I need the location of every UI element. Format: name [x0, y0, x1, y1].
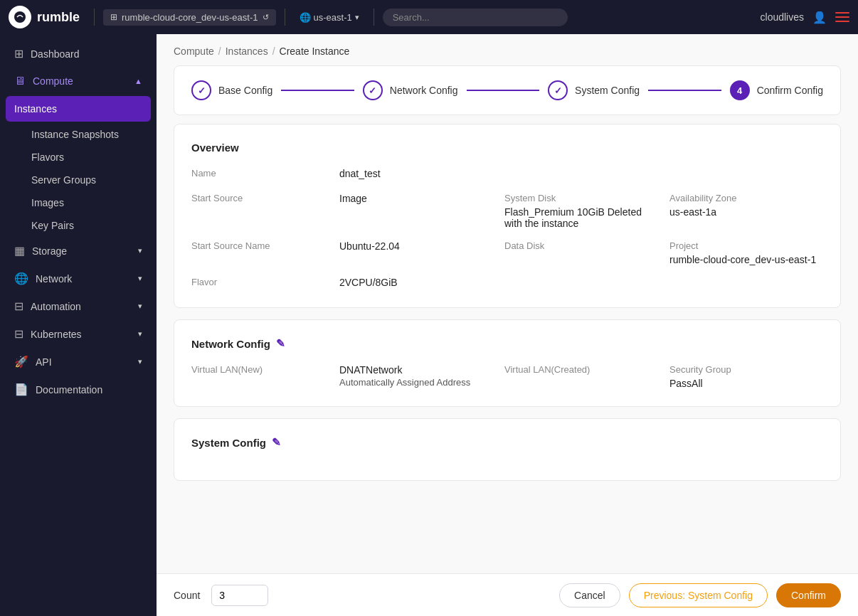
sidebar-item-kubernetes[interactable]: ⊟ Kubernetes ▾	[0, 320, 157, 348]
step-circle-network: ✓	[363, 80, 383, 100]
compute-icon: 🖥	[14, 75, 26, 87]
app-logo[interactable]: rumble	[9, 6, 80, 28]
sidebar-label-server-groups: Server Groups	[31, 174, 96, 186]
chevron-down-icon-automation: ▾	[138, 302, 142, 311]
data-disk-label: Data Disk	[504, 240, 658, 251]
dashboard-icon: ⊞	[14, 47, 23, 60]
sidebar-subitem-instance-snapshots[interactable]: Instance Snapshots	[0, 123, 157, 146]
storage-icon: ▦	[14, 244, 25, 257]
system-title-text: System Config	[191, 437, 266, 449]
wizard-step-system[interactable]: ✓ System Config	[548, 80, 640, 100]
wizard-step-base[interactable]: ✓ Base Config	[191, 80, 272, 100]
step-label-base: Base Config	[218, 85, 272, 96]
bottom-bar: Count Cancel Previous: System Config Con…	[157, 573, 858, 616]
sidebar-item-compute[interactable]: 🖥 Compute ▲	[0, 68, 157, 95]
chevron-up-icon: ▲	[134, 77, 142, 85]
sidebar-subitem-instances[interactable]: Instances	[6, 96, 151, 122]
start-source-name-value: Ubuntu-22.04	[339, 240, 493, 252]
step-connector-3	[648, 90, 721, 91]
network-title-text: Network Config	[191, 338, 270, 350]
sidebar-item-network[interactable]: 🌐 Network ▾	[0, 265, 157, 292]
sidebar-subitem-key-pairs[interactable]: Key Pairs	[0, 214, 157, 237]
start-source-label: Start Source	[191, 193, 334, 203]
network-section-title: Network Config ✎	[191, 337, 823, 350]
sidebar-item-api[interactable]: 🚀 API ▾	[0, 348, 157, 376]
divider-1	[94, 9, 95, 26]
sidebar-label-images: Images	[31, 197, 64, 208]
cancel-button[interactable]: Cancel	[559, 583, 620, 607]
step-circle-base: ✓	[191, 80, 211, 100]
chevron-down-icon-kubernetes: ▾	[138, 329, 142, 339]
region-selector[interactable]: 🌐 us-east-1 ▾	[294, 9, 365, 26]
sidebar-label-api: API	[36, 356, 52, 368]
step-circle-confirm: 4	[730, 80, 750, 100]
sidebar-item-dashboard[interactable]: ⊞ Dashboard	[0, 40, 157, 68]
breadcrumb-instances[interactable]: Instances	[226, 46, 268, 57]
sidebar-label-dashboard: Dashboard	[31, 48, 80, 60]
automation-icon: ⊟	[14, 299, 23, 313]
scroll-content: Overview Name dnat_test Start Source	[157, 124, 858, 573]
flavor-label: Flavor	[191, 277, 334, 287]
breadcrumb-compute[interactable]: Compute	[174, 46, 214, 57]
confirm-button[interactable]: Confirm	[776, 583, 841, 607]
name-value: dnat_test	[339, 168, 493, 179]
search-input[interactable]	[383, 9, 568, 26]
sidebar-subitem-images[interactable]: Images	[0, 191, 157, 214]
sidebar-subitem-server-groups[interactable]: Server Groups	[0, 169, 157, 191]
count-label: Count	[174, 590, 200, 601]
divider-2	[285, 9, 285, 26]
az-label: Availability Zone	[669, 193, 823, 203]
divider-3	[374, 9, 374, 26]
sidebar: ⊞ Dashboard 🖥 Compute ▲ Instances Instan…	[0, 34, 157, 616]
sidebar-label-documentation: Documentation	[36, 384, 102, 395]
wizard-step-confirm[interactable]: 4 Confirm Config	[730, 80, 823, 100]
system-section-title: System Config ✎	[191, 436, 823, 449]
project-selector[interactable]: ⊞ rumble-cloud-core_dev-us-east-1 ↺	[103, 9, 275, 26]
vlan-new-subvalue: Automatically Assigned Address	[339, 377, 493, 388]
az-value: us-east-1a	[669, 206, 823, 218]
step-label-confirm: Confirm Config	[757, 85, 823, 96]
system-config-card: System Config ✎	[174, 418, 841, 481]
wizard-step-network[interactable]: ✓ Network Config	[363, 80, 458, 100]
system-disk-label: System Disk	[504, 193, 658, 203]
sidebar-item-documentation[interactable]: 📄 Documentation	[0, 376, 157, 403]
start-source-value: Image	[339, 193, 493, 204]
network-edit-icon[interactable]: ✎	[276, 337, 285, 350]
sidebar-label-instances: Instances	[14, 103, 57, 115]
vlan-created-label: Virtual LAN(Created)	[504, 364, 658, 375]
topbar-right: cloudlives 👤	[761, 11, 849, 24]
svg-point-0	[14, 11, 26, 23]
sidebar-label-storage: Storage	[32, 245, 67, 257]
field-name-label: Name	[191, 168, 334, 181]
project-label: Project	[669, 240, 823, 251]
sidebar-label-automation: Automation	[31, 301, 81, 312]
vlan-new-value: DNATNetwork	[339, 364, 493, 376]
network-icon: 🌐	[14, 272, 28, 285]
kubernetes-icon: ⊟	[14, 327, 23, 341]
security-group-value: PassAll	[669, 378, 823, 389]
step-circle-system: ✓	[548, 80, 568, 100]
step-connector-2	[467, 90, 540, 91]
wizard-steps: ✓ Base Config ✓ Network Config ✓ System …	[174, 65, 841, 115]
sidebar-label-network: Network	[36, 273, 72, 285]
sidebar-label-key-pairs: Key Pairs	[31, 220, 74, 231]
system-edit-icon[interactable]: ✎	[272, 436, 281, 449]
hamburger-menu[interactable]	[835, 12, 849, 22]
user-icon: 👤	[812, 11, 827, 24]
sidebar-label-snapshots: Instance Snapshots	[31, 129, 119, 140]
network-config-card: Network Config ✎ Virtual LAN(New) DNATNe…	[174, 319, 841, 407]
step-label-network: Network Config	[390, 85, 458, 96]
overview-section-title: Overview	[191, 142, 823, 154]
system-disk-value: Flash_Premium 10GiB Deleted with the ins…	[504, 206, 658, 229]
sidebar-label-flavors: Flavors	[31, 152, 64, 163]
previous-button[interactable]: Previous: System Config	[629, 583, 768, 607]
sidebar-subitem-flavors[interactable]: Flavors	[0, 146, 157, 169]
main-layout: ⊞ Dashboard 🖥 Compute ▲ Instances Instan…	[0, 34, 858, 616]
sidebar-item-automation[interactable]: ⊟ Automation ▾	[0, 292, 157, 320]
api-icon: 🚀	[14, 355, 28, 368]
user-name: cloudlives	[761, 11, 804, 23]
project-value: rumble-cloud-core_dev-us-east-1	[669, 254, 823, 265]
count-input[interactable]	[211, 585, 268, 606]
chevron-down-icon-network: ▾	[138, 274, 142, 283]
sidebar-item-storage[interactable]: ▦ Storage ▾	[0, 237, 157, 265]
